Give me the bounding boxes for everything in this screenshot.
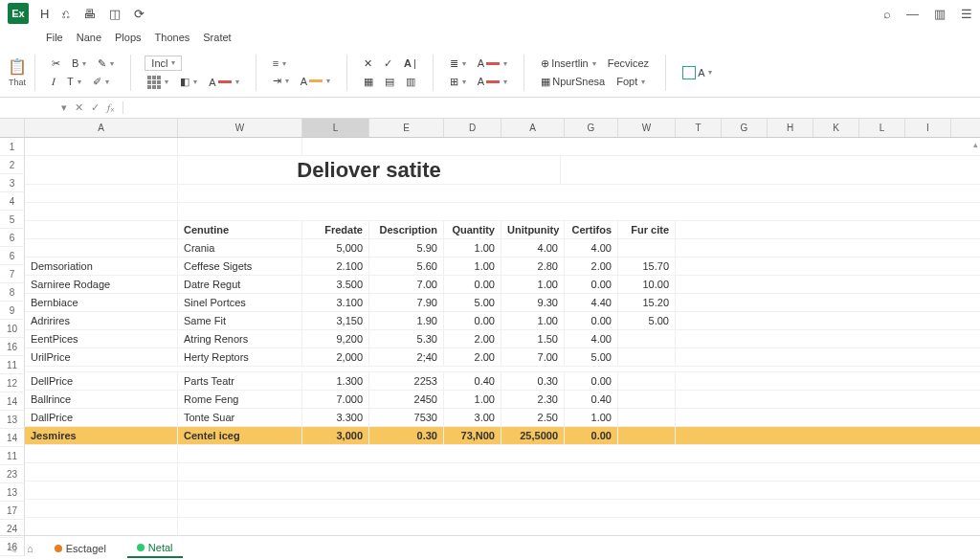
strike-dropdown[interactable]: T (64, 75, 84, 88)
cell[interactable]: Rome Feng (178, 391, 302, 408)
cell[interactable]: 10.00 (618, 276, 676, 293)
border-dropdown[interactable] (145, 75, 171, 90)
column-header[interactable]: A (25, 119, 178, 137)
cell[interactable]: Adririres (25, 312, 178, 329)
cell[interactable]: 1.300 (302, 372, 369, 390)
cell[interactable]: Sarniree Rodage (25, 276, 178, 293)
cell[interactable]: 1.00 (501, 276, 565, 293)
undo-icon[interactable]: ⎌ (62, 7, 70, 21)
cell[interactable]: 0.00 (565, 312, 618, 329)
insertion-button[interactable]: ⊕ Insertlin (538, 56, 599, 71)
cell[interactable] (618, 409, 676, 426)
merge-dropdown[interactable]: ⊞ (447, 75, 469, 89)
fb-dropdown-icon[interactable]: ▾ (61, 101, 67, 114)
print-icon[interactable]: 🖶 (83, 7, 96, 21)
cell[interactable]: Sinel Portces (178, 294, 302, 311)
italic-icon[interactable]: 𝐼 (49, 75, 58, 89)
column-header[interactable]: A (501, 119, 565, 137)
maximize-icon[interactable]: ▥ (934, 7, 946, 21)
row-header[interactable]: 2 (0, 156, 25, 174)
column-header[interactable]: I (905, 119, 951, 137)
grid2-icon[interactable]: ▤ (382, 75, 397, 89)
fb-fx-icon[interactable]: 𝑓ₓ (107, 101, 115, 114)
column-header[interactable]: W (178, 119, 302, 137)
cell[interactable]: Bernbiace (25, 294, 178, 311)
cell[interactable]: 2253 (369, 372, 444, 390)
row-header[interactable]: 4 (0, 192, 25, 211)
wrap-dropdown[interactable]: ≣ (447, 56, 469, 71)
cell[interactable]: Tonte Suar (178, 409, 302, 426)
minimize-icon[interactable]: — (906, 7, 919, 21)
font-a-dropdown[interactable]: A (475, 56, 510, 70)
cell[interactable]: 2.00 (565, 258, 618, 275)
cell[interactable]: 2.50 (501, 409, 565, 426)
indent-dropdown[interactable]: ⇥ (270, 74, 292, 88)
more-icon[interactable]: ☰ (961, 7, 972, 21)
cell[interactable]: 5.00 (565, 348, 618, 366)
row-header[interactable]: 7 (0, 265, 25, 283)
cloud-icon[interactable]: ◫ (109, 7, 121, 21)
cell[interactable]: 1.50 (501, 330, 565, 347)
column-header[interactable]: T (676, 119, 722, 137)
column-header[interactable]: H (768, 119, 813, 137)
fill-color-dropdown[interactable]: ◧ (177, 75, 200, 89)
cell[interactable]: 0.00 (444, 276, 501, 293)
cell[interactable]: 25,5000 (501, 427, 565, 444)
menu-plops[interactable]: Plops (115, 32, 142, 43)
row-header[interactable]: 13 (0, 411, 25, 429)
cell[interactable]: 1.00 (444, 239, 501, 257)
cell[interactable] (618, 391, 676, 408)
cell[interactable]: 5,000 (302, 239, 369, 257)
cell[interactable]: 2.00 (444, 348, 501, 366)
cut-icon[interactable]: ✂ (49, 56, 63, 71)
row-header[interactable]: 14 (0, 392, 25, 411)
services-button[interactable]: Fecvicez (605, 56, 652, 70)
cell[interactable]: 7530 (369, 409, 444, 426)
row-header[interactable]: 11 (0, 447, 25, 465)
row-header[interactable]: 6 (0, 247, 25, 265)
save-icon[interactable]: H (40, 7, 49, 21)
cell[interactable]: Ceffese Sigets (178, 258, 302, 275)
cell[interactable]: 4.00 (565, 239, 618, 257)
sheet-tab-1[interactable]: Esctagel (45, 540, 116, 557)
cell[interactable]: 15.70 (618, 258, 676, 275)
cell[interactable]: 4.00 (565, 330, 618, 347)
format2-dropdown[interactable]: ✐ (90, 75, 112, 89)
row-header[interactable]: 8 (0, 283, 25, 302)
column-header[interactable]: G (565, 119, 618, 137)
fb-cancel-icon[interactable]: ✕ (75, 101, 83, 114)
grid[interactable]: ▴ AWLEDAGWTGHKLI Deliover satite Cenutin… (25, 119, 980, 535)
accept-icon[interactable]: ✓ (381, 56, 395, 71)
cell[interactable]: 0.40 (444, 372, 501, 390)
row-header[interactable]: 13 (0, 483, 25, 502)
column-header[interactable]: K (813, 119, 859, 137)
cell[interactable]: 0.00 (565, 427, 618, 444)
npursnesa-button[interactable]: ▦ NpurSnesa (538, 75, 608, 89)
row-header[interactable]: 9 (0, 302, 25, 320)
fopt-button[interactable]: Fopt (613, 75, 648, 88)
cell[interactable]: 4.40 (565, 294, 618, 311)
style-dropdown[interactable]: ✎ (95, 56, 117, 71)
cell[interactable]: 0.30 (501, 372, 565, 390)
cell[interactable]: 0.00 (565, 276, 618, 293)
font-a2-dropdown[interactable]: A (475, 75, 510, 88)
refresh-icon[interactable]: ⟳ (134, 7, 145, 21)
cell[interactable]: Centel iceg (178, 427, 302, 444)
cell-style-dropdown[interactable]: A (679, 65, 715, 80)
highlight-dropdown[interactable]: A (298, 75, 333, 88)
cell[interactable]: 1.00 (444, 391, 501, 408)
cell[interactable]: 0.00 (444, 312, 501, 329)
cell[interactable]: 5.30 (369, 330, 444, 347)
row-header[interactable]: 6 (0, 229, 25, 247)
row-header[interactable]: 11 (0, 356, 25, 374)
cell[interactable]: 0.00 (565, 372, 618, 390)
cell[interactable]: 9,200 (302, 330, 369, 347)
cell[interactable]: DallPrice (25, 409, 178, 426)
cell[interactable]: UrilPrice (25, 348, 178, 366)
menu-file[interactable]: File (46, 32, 63, 43)
cell[interactable]: 1.00 (565, 409, 618, 426)
row-header[interactable]: 16 (0, 338, 25, 356)
sheet-tab-2[interactable]: Netal (127, 539, 183, 558)
menu-nane[interactable]: Nane (77, 32, 101, 43)
cell[interactable]: Same Fit (178, 312, 302, 329)
